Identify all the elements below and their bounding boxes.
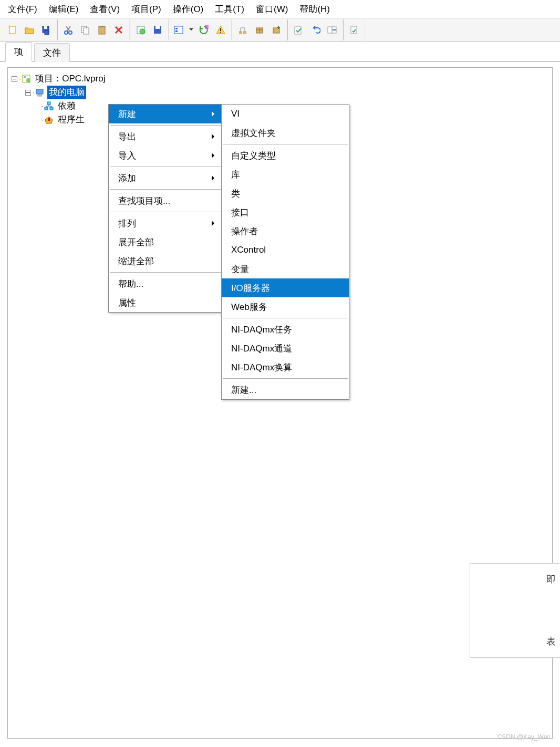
project-settings-icon[interactable] (133, 23, 148, 37)
svg-rect-19 (220, 32, 221, 33)
project-icon (21, 74, 32, 84)
sub-variable[interactable]: 变量 (222, 260, 349, 278)
sub-daqmx-scale[interactable]: NI-DAQmx换算 (222, 358, 349, 377)
ctx-expand-all[interactable]: 展开全部 (109, 233, 222, 252)
package-icon[interactable] (252, 23, 267, 37)
toolbar-group-view (169, 19, 232, 40)
svg-rect-35 (47, 102, 50, 105)
svg-rect-9 (100, 26, 103, 27)
svg-rect-7 (84, 28, 89, 34)
ctx-add[interactable]: 添加 (109, 169, 222, 188)
context-menu[interactable]: 新建 导出 导入 添加 查找项目项... 排列 展开全部 缩进全部 帮助... … (108, 104, 223, 313)
ctx-export[interactable]: 导出 (109, 127, 222, 146)
sub-virtual-folder[interactable]: 虚拟文件夹 (222, 123, 349, 142)
new-file-icon[interactable] (5, 23, 20, 37)
menu-help[interactable]: 帮助(H) (294, 1, 336, 17)
svg-rect-16 (175, 30, 178, 32)
side-panel-partial: 即 表 (470, 563, 560, 658)
package-add-icon[interactable] (269, 23, 284, 37)
warning-icon[interactable] (213, 23, 228, 37)
svg-rect-13 (155, 26, 160, 29)
tree-build-label: 程序生 (56, 113, 86, 127)
sub-interface[interactable]: 接口 (222, 203, 349, 222)
check-icon[interactable] (291, 23, 306, 37)
tree-mypc-label: 我的电脑 (47, 86, 86, 99)
menu-edit[interactable]: 编辑(E) (43, 1, 85, 17)
cut-icon[interactable] (61, 23, 76, 37)
sub-daqmx-channel[interactable]: NI-DAQmx通道 (222, 339, 349, 358)
tab-files[interactable]: 文件 (34, 43, 70, 62)
toolbar (0, 18, 560, 42)
svg-rect-38 (48, 118, 50, 121)
sub-xcontrol[interactable]: XControl (222, 241, 349, 260)
deploy-icon[interactable] (235, 23, 250, 37)
collapse-icon[interactable] (24, 88, 32, 97)
menu-operate[interactable]: 操作(O) (167, 1, 210, 17)
sub-custom-type[interactable]: 自定义类型 (222, 146, 349, 165)
tab-project[interactable]: 项 (5, 42, 32, 62)
sub-daqmx-task[interactable]: NI-DAQmx任务 (222, 320, 349, 339)
svg-rect-20 (239, 31, 242, 34)
sub-vi[interactable]: VI (222, 105, 349, 123)
watermark: CSDN @Kay_Wen (497, 733, 551, 741)
ctx-import[interactable]: 导入 (109, 146, 222, 165)
svg-rect-17 (205, 25, 209, 29)
svg-rect-37 (50, 107, 53, 110)
svg-point-11 (140, 29, 145, 34)
sub-io-server[interactable]: I/O服务器 (222, 278, 349, 297)
delete-icon[interactable] (111, 23, 126, 37)
ctx-new[interactable]: 新建 (109, 105, 222, 123)
doc-check-icon[interactable] (347, 23, 361, 37)
ctx-collapse-all[interactable]: 缩进全部 (109, 252, 222, 271)
svg-rect-25 (328, 27, 332, 33)
tree-mypc-row[interactable]: ·· 我的电脑 (10, 86, 550, 99)
toolbar-group-edit (57, 19, 130, 40)
project-save-icon[interactable] (150, 23, 165, 37)
undo-icon[interactable] (308, 23, 323, 37)
svg-rect-14 (174, 26, 183, 34)
separator (110, 189, 221, 190)
tree-root-row[interactable]: ·· 项目：OPC.lvproj (10, 72, 550, 86)
separator (223, 378, 348, 379)
menu-project[interactable]: 项目(P) (126, 1, 167, 17)
svg-point-31 (26, 78, 30, 82)
svg-rect-30 (24, 76, 26, 78)
tree-root-label: 项目：OPC.lvproj (34, 72, 107, 86)
svg-rect-0 (9, 26, 15, 34)
compare-icon[interactable] (325, 23, 339, 37)
menu-view[interactable]: 查看(V) (84, 1, 126, 17)
svg-rect-3 (45, 30, 49, 35)
svg-rect-2 (44, 26, 47, 29)
ctx-arrange[interactable]: 排列 (109, 214, 222, 233)
menu-file[interactable]: 文件(F) (2, 1, 43, 17)
sub-new-dialog[interactable]: 新建... (222, 380, 349, 399)
toolbar-group-file (2, 19, 57, 40)
menu-tools[interactable]: 工具(T) (209, 1, 250, 17)
refresh-icon[interactable] (196, 23, 211, 37)
submenu-new[interactable]: VI 虚拟文件夹 自定义类型 库 类 接口 操作者 XControl 变量 I/… (221, 104, 349, 400)
svg-rect-18 (220, 28, 221, 31)
ctx-help[interactable]: 帮助... (109, 274, 222, 293)
svg-rect-21 (243, 31, 246, 34)
menu-window[interactable]: 窗口(W) (250, 1, 294, 17)
collapse-icon[interactable] (10, 75, 18, 83)
sub-class[interactable]: 类 (222, 184, 349, 203)
copy-icon[interactable] (78, 23, 92, 37)
computer-icon (35, 87, 45, 98)
sub-web-service[interactable]: Web服务 (222, 297, 349, 316)
separator (110, 167, 221, 167)
svg-rect-24 (295, 27, 301, 34)
open-folder-icon[interactable] (22, 23, 37, 37)
toolbar-group-project (130, 19, 169, 40)
sub-library[interactable]: 库 (222, 165, 349, 184)
paste-icon[interactable] (95, 23, 109, 37)
ctx-properties[interactable]: 属性 (109, 293, 222, 312)
filter-dropdown-icon[interactable] (172, 23, 194, 37)
save-all-icon[interactable] (39, 23, 54, 37)
sidebox-text-bottom: 表 (546, 635, 556, 648)
ctx-find-project-items[interactable]: 查找项目项... (109, 191, 222, 210)
svg-rect-36 (45, 107, 48, 110)
sub-actor[interactable]: 操作者 (222, 222, 349, 241)
svg-rect-34 (38, 95, 42, 96)
toolbar-group-history (287, 19, 343, 40)
